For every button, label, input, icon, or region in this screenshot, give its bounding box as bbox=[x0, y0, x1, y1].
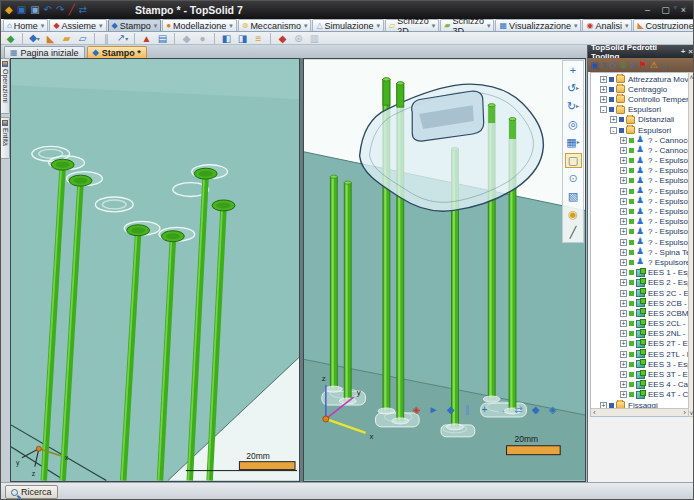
toolbar-icon[interactable] bbox=[174, 33, 175, 44]
tree-expander[interactable]: - bbox=[600, 106, 607, 113]
render-mode-icon[interactable]: ◉ bbox=[565, 207, 582, 222]
toolbar-icon[interactable]: ▱ bbox=[76, 33, 89, 44]
toolbar-icon[interactable]: ↗ bbox=[116, 32, 129, 45]
tree-item[interactable]: + EES 2 - Espulso bbox=[591, 278, 688, 288]
collapse-icon[interactable]: ▾ bbox=[673, 3, 677, 12]
toolbar-icon[interactable] bbox=[94, 33, 95, 44]
tree-item[interactable]: - Espulsori bbox=[591, 125, 688, 135]
search-button[interactable]: Ricerca bbox=[5, 485, 58, 499]
tree-expander[interactable]: - bbox=[610, 127, 617, 134]
tree-expander[interactable]: + bbox=[620, 249, 627, 256]
maximize[interactable]: ▢ bbox=[659, 5, 672, 15]
iso-view-icon[interactable]: ▧ bbox=[565, 189, 582, 204]
tree-item[interactable]: + ? - Spina Testa bbox=[591, 247, 688, 257]
toolbar-icon[interactable]: ▰ bbox=[60, 33, 73, 44]
tree-item[interactable]: + EES 2C - Espul bbox=[591, 288, 688, 298]
tree-item[interactable]: + EES 2CL - Espu bbox=[591, 319, 688, 329]
tree-expander[interactable]: + bbox=[620, 239, 627, 246]
redo-icon[interactable]: ↷ bbox=[56, 5, 64, 15]
toolbar-icon[interactable]: ◣ bbox=[44, 33, 57, 44]
tree-item[interactable]: + EES 4 - Cannoc bbox=[591, 380, 688, 390]
tree-item[interactable]: + ? - Espulsore Te bbox=[591, 206, 688, 216]
document-tab[interactable]: ▦ Pagina iniziale bbox=[4, 46, 85, 58]
tree-item[interactable]: + EES 4T - Canno bbox=[591, 390, 688, 400]
undo-icon[interactable]: ↶ bbox=[44, 5, 52, 15]
scroll-right-icon[interactable]: › bbox=[683, 408, 686, 417]
tree-item[interactable]: + EES 2CBM - Esp bbox=[591, 308, 688, 318]
tree-expander[interactable]: + bbox=[620, 198, 627, 205]
tree-expander[interactable]: + bbox=[620, 361, 627, 368]
close-icon[interactable]: × bbox=[688, 47, 693, 56]
toolbar-icon[interactable] bbox=[270, 33, 271, 44]
warning-icon[interactable]: ⚠ bbox=[650, 60, 658, 70]
ribbon-tab[interactable]: ⊛ Meccanismo bbox=[238, 19, 312, 31]
component-tree[interactable]: + Attrezzatura Movime + Centraggio + Con bbox=[590, 72, 689, 417]
ribbon-tab[interactable]: ◣ Costruzione bbox=[633, 19, 694, 31]
tree-item[interactable]: + Centraggio bbox=[591, 84, 688, 94]
tree-expander[interactable]: + bbox=[620, 330, 627, 337]
left-viewport-canvas[interactable]: x y z 20mm bbox=[10, 58, 300, 482]
tree-item[interactable]: + EES 2TL - Espul bbox=[591, 349, 688, 359]
tree-item[interactable]: + Attrezzatura Movime bbox=[591, 74, 688, 84]
explode-view-icon[interactable]: ◈ bbox=[409, 402, 424, 417]
tree-expander[interactable]: + bbox=[600, 76, 607, 83]
toolbar-icon[interactable]: ◆ bbox=[276, 33, 289, 44]
ribbon-tab[interactable]: ◉ Analisi bbox=[582, 19, 632, 31]
toolbar-icon[interactable] bbox=[214, 33, 215, 44]
tree-item[interactable]: + ? - Cannocchial bbox=[591, 135, 688, 145]
tree-item[interactable]: + EES 3 - Espulso bbox=[591, 359, 688, 369]
tree-item[interactable]: + ? Espulsore Ten bbox=[591, 257, 688, 267]
ribbon-tab[interactable]: ◆ Stampo bbox=[108, 19, 162, 31]
tree-expander[interactable]: + bbox=[620, 259, 627, 266]
tree-expander[interactable]: + bbox=[620, 147, 627, 154]
tree-item[interactable]: + EES 2NL - Espu bbox=[591, 329, 688, 339]
tree-item[interactable]: + ? - Espulsore Pe bbox=[591, 196, 688, 206]
horizontal-scrollbar[interactable]: ‹ › bbox=[591, 408, 688, 416]
sync-icon[interactable]: ⇄ bbox=[78, 5, 86, 15]
scroll-up-icon[interactable]: ∧ bbox=[689, 73, 693, 80]
toolbar-icon[interactable]: ● bbox=[196, 33, 209, 44]
ribbon-tab[interactable]: △ Simulazione bbox=[312, 19, 384, 31]
toolbar-icon[interactable] bbox=[134, 33, 135, 44]
close-icon[interactable]: × bbox=[682, 3, 687, 12]
zoom-icon[interactable]: ⊙ bbox=[565, 171, 582, 186]
ribbon-tab[interactable]: ▰ Schizzo 3D bbox=[440, 19, 494, 31]
flag-icon[interactable]: ⚑ bbox=[639, 60, 647, 70]
views-grid-icon[interactable]: ▦ bbox=[565, 135, 582, 150]
tree-item[interactable]: + Distanziali bbox=[591, 115, 688, 125]
insert-icon[interactable]: → bbox=[661, 60, 670, 70]
toolbar-icon[interactable]: ◆ bbox=[28, 32, 41, 45]
orbit-icon[interactable]: ↺ bbox=[565, 81, 582, 96]
tree-expander[interactable]: + bbox=[620, 310, 627, 317]
tree-expander[interactable]: + bbox=[620, 300, 627, 307]
toolbar-icon[interactable]: ▥ bbox=[308, 33, 321, 44]
add-pin-icon[interactable]: + bbox=[477, 402, 492, 417]
tree-expander[interactable]: + bbox=[620, 228, 627, 235]
tree-item[interactable]: + ? - Espulsore N bbox=[591, 186, 688, 196]
tree-item[interactable]: + ? - Espulsore Te bbox=[591, 237, 688, 247]
sidebar-tab-entita[interactable]: Entità bbox=[1, 117, 10, 159]
save-icon[interactable]: ▣ bbox=[17, 5, 26, 15]
tree-expander[interactable]: + bbox=[610, 116, 617, 123]
tree-item[interactable]: - Espulsori bbox=[591, 105, 688, 115]
app-logo-icon[interactable]: ◆ bbox=[5, 5, 13, 15]
section-icon[interactable]: ∥ bbox=[460, 402, 475, 417]
tree-expander[interactable]: + bbox=[620, 137, 627, 144]
toolbar-icon[interactable]: ◨ bbox=[236, 33, 249, 44]
select-icon[interactable]: ◇ bbox=[610, 60, 617, 70]
pan-icon[interactable]: + bbox=[565, 63, 582, 78]
mold-tools-icon[interactable]: ◈ bbox=[545, 402, 560, 417]
measure-line-icon[interactable]: ╱ bbox=[565, 225, 582, 240]
zoom-window-icon[interactable]: ▢ bbox=[565, 153, 582, 168]
toolbar-icon[interactable]: ⊛ bbox=[292, 33, 305, 44]
tree-item[interactable]: + ? - Espulsore N bbox=[591, 156, 688, 166]
tree-expander[interactable]: + bbox=[620, 381, 627, 388]
tree-expander[interactable]: + bbox=[620, 391, 627, 398]
edit-icon[interactable]: ╱ bbox=[68, 5, 74, 15]
tree-item[interactable]: + EES 2CB - Spina bbox=[591, 298, 688, 308]
ribbon-tab[interactable]: ● Modellazione bbox=[162, 19, 236, 31]
move-icon[interactable]: → bbox=[494, 402, 509, 417]
panel-window-icon[interactable]: ▣ bbox=[590, 60, 599, 70]
tree-expander[interactable]: + bbox=[620, 290, 627, 297]
ribbon-tab[interactable]: ▦ Visualizzazione bbox=[495, 19, 581, 31]
